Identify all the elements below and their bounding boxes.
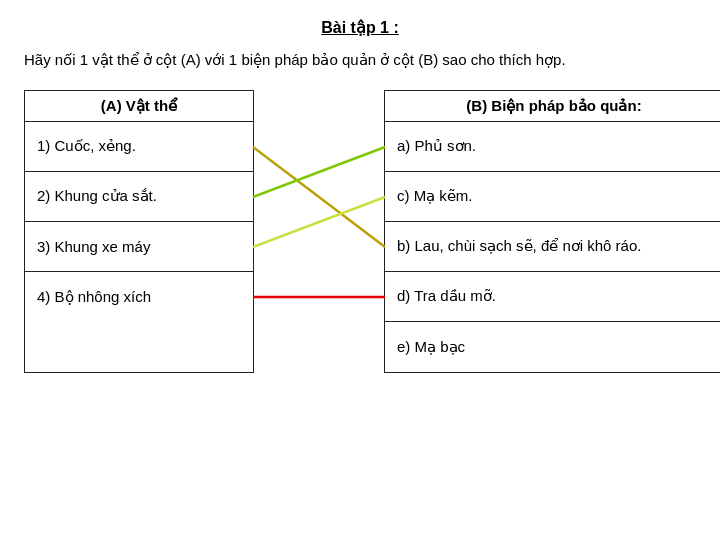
col-a-header: (A) Vật thể xyxy=(25,91,253,122)
col-a-row-3: 3) Khung xe máy xyxy=(25,222,253,272)
col-a-row-1: 1) Cuốc, xẻng. xyxy=(25,122,253,172)
col-a-row-4: 4) Bộ nhông xích xyxy=(25,272,253,322)
column-a: (A) Vật thể 1) Cuốc, xẻng. 2) Khung cửa … xyxy=(24,90,254,373)
col-b-row-5: e) Mạ bạc xyxy=(385,322,720,372)
column-b: (B) Biện pháp bảo quản: a) Phủ sơn. c) M… xyxy=(384,90,720,373)
col-a-row-2: 2) Khung cửa sắt. xyxy=(25,172,253,222)
columns-wrapper: (A) Vật thể 1) Cuốc, xẻng. 2) Khung cửa … xyxy=(24,90,696,373)
col-b-header: (B) Biện pháp bảo quản: xyxy=(385,91,720,122)
connector-space xyxy=(254,90,384,373)
page-title: Bài tập 1 : xyxy=(24,18,696,37)
col-b-row-3: b) Lau, chùi sạch sẽ, để nơi khô ráo. xyxy=(385,222,720,272)
col-b-row-1: a) Phủ sơn. xyxy=(385,122,720,172)
page: Bài tập 1 : Hãy nối 1 vật thể ở cột (A) … xyxy=(0,0,720,391)
col-b-row-4: d) Tra dầu mỡ. xyxy=(385,272,720,322)
col-b-row-2: c) Mạ kẽm. xyxy=(385,172,720,222)
instruction-text: Hãy nối 1 vật thể ở cột (A) với 1 biện p… xyxy=(24,49,696,72)
